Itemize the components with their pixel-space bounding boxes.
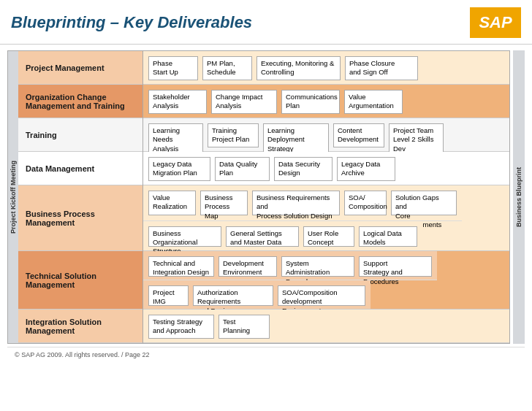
cell-phase-startup: PhaseStart Up <box>148 56 198 80</box>
business-blueprint-label: Business Blueprint <box>515 167 522 227</box>
label-training: Training <box>18 118 142 152</box>
bpm-sub-row-1: ValueRealization BusinessProcess Map Bus… <box>143 185 462 221</box>
tsm-sub-row-2: ProjectIMG Authorization Requirementsand… <box>143 280 370 309</box>
footer: © SAP AG 2009. All rights reserved. / Pa… <box>7 347 525 362</box>
cell-sys-admin: System AdministrationProcedures <box>281 256 354 277</box>
pm-row: PhaseStart Up PM Plan,Schedule Executing… <box>143 51 509 85</box>
ism-row: Testing Strategyand Approach TestPlannin… <box>143 310 509 343</box>
cell-auth-req: Authorization Requirementsand Design <box>193 285 273 306</box>
header: Blueprinting – Key Deliverables SAP <box>0 0 532 45</box>
cell-general-settings: General Settingsand Master Data <box>226 226 299 247</box>
cell-stakeholder: StakeholderAnalysis <box>148 90 207 114</box>
cell-logical-data: Logical DataModels <box>359 226 417 247</box>
tsm-sub-row-1: Technical andIntegration Design Developm… <box>143 251 437 280</box>
cell-executing: Executing, Monitoring &Controlling <box>256 56 341 80</box>
row-labels: Project Kickoff Meeting Project Manageme… <box>8 51 143 343</box>
label-bpm: Business Process Management <box>18 185 142 251</box>
label-ism: Integration Solution Management <box>18 310 142 343</box>
label-project-management: Project Management <box>18 51 142 85</box>
sap-logo-text: SAP <box>479 13 512 32</box>
cell-biz-req: Business Requirements andProcess Solutio… <box>252 191 340 215</box>
cell-content-dev: ContentDevelopment <box>333 123 384 147</box>
cell-project-img: ProjectIMG <box>148 285 189 306</box>
cell-communications: CommunicationsPlan <box>281 90 340 114</box>
training-row: Learning NeedsAnalysis TrainingProject P… <box>143 118 509 152</box>
kickoff-label: Project Kickoff Meeting <box>8 51 18 343</box>
bpm-row: ValueRealization BusinessProcess Map Bus… <box>143 185 509 251</box>
content-area: PhaseStart Up PM Plan,Schedule Executing… <box>143 51 509 343</box>
dm-row: Legacy DataMigration Plan Data QualityPl… <box>143 152 509 185</box>
cell-value-realization: ValueRealization <box>148 191 196 215</box>
deliverables-table: Project Kickoff Meeting Project Manageme… <box>7 50 510 344</box>
cell-soa-comp-dev: SOA/Composition developmentEnvironment <box>278 285 365 306</box>
cell-change-impact: Change ImpactAnalysis <box>211 90 277 114</box>
cell-dev-env: DevelopmentEnvironment <box>218 256 277 277</box>
cell-technical-integration: Technical andIntegration Design <box>148 256 214 277</box>
page: Blueprinting – Key Deliverables SAP Proj… <box>0 0 532 366</box>
ocm-row: StakeholderAnalysis Change ImpactAnalysi… <box>143 85 509 118</box>
cell-biz-org: Business OrganizationalStructure <box>148 226 221 247</box>
main-content: Project Kickoff Meeting Project Manageme… <box>0 45 532 366</box>
cell-user-role: User RoleConcept <box>303 226 354 247</box>
cell-data-quality: Data QualityPlan <box>215 157 270 181</box>
cell-test-planning: TestPlanning <box>218 315 270 339</box>
cell-solution-gaps: Solution Gaps andCore Enhancements <box>391 191 457 215</box>
cell-soa-composition: SOA/Composition <box>344 191 387 215</box>
cell-legacy-data-migration: Legacy DataMigration Plan <box>148 157 210 181</box>
cell-legacy-data-archive: Legacy DataArchive <box>337 157 395 181</box>
label-ocm: Organization Change Management and Train… <box>18 85 142 118</box>
tsm-row: Technical andIntegration Design Developm… <box>143 251 509 310</box>
cell-phase-closure: Phase Closureand Sign Off <box>345 56 418 80</box>
cell-training-plan: TrainingProject Plan <box>208 123 259 147</box>
cell-value-arg: ValueArgumentation <box>344 90 403 114</box>
cell-support-strategy: SupportStrategy and Procedures <box>359 256 432 277</box>
bpm-sub-row-2: Business OrganizationalStructure General… <box>143 221 422 250</box>
cell-testing-strategy: Testing Strategyand Approach <box>148 315 214 339</box>
sap-logo: SAP <box>470 7 521 38</box>
label-tsm: Technical Solution Management <box>18 251 142 310</box>
label-data-management: Data Management <box>18 152 142 185</box>
cell-business-process-map: BusinessProcess Map <box>200 191 248 215</box>
page-title: Blueprinting – Key Deliverables <box>11 13 252 32</box>
cell-data-security: Data SecurityDesign <box>274 157 332 181</box>
right-bar: Business Blueprint <box>513 50 525 344</box>
cell-pm-plan: PM Plan,Schedule <box>202 56 252 80</box>
